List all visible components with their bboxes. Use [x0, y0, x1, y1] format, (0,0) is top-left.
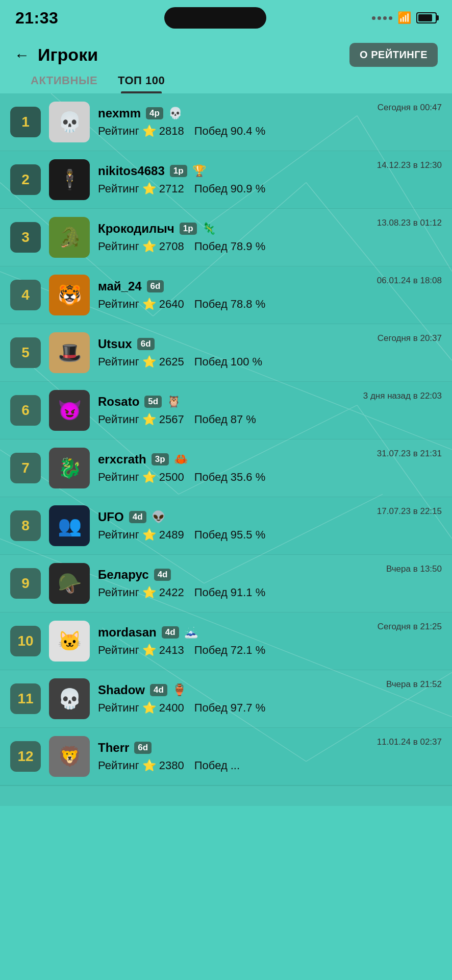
star-icon: ⭐ — [142, 240, 156, 253]
star-icon: ⭐ — [142, 413, 156, 426]
rank-tag: 6d — [134, 742, 152, 754]
rating-label: Рейтинг — [98, 413, 139, 426]
player-card[interactable]: 1 💀 nexmm 4р 💀 Рейтинг ⭐ 2818 Побед 90.4… — [0, 93, 452, 151]
tab-top100[interactable]: ТОП 100 — [118, 74, 165, 93]
rating-label: Рейтинг — [98, 644, 139, 657]
player-stats: Рейтинг ⭐ 2400 Побед 97.7 % — [98, 701, 442, 715]
avatar: 🐱 — [49, 621, 90, 662]
wins-value: 35.6 % — [231, 471, 266, 484]
rating-stat: Рейтинг ⭐ 2640 — [98, 298, 184, 311]
player-card[interactable]: 2 🕴 nikitos4683 1р 🏆 Рейтинг ⭐ 2712 Побе… — [0, 151, 452, 209]
rating-label: Рейтинг — [98, 125, 139, 138]
tab-active[interactable]: АКТИВНЫЕ — [31, 74, 97, 93]
rating-label: Рейтинг — [98, 586, 139, 599]
rating-label: Рейтинг — [98, 471, 139, 484]
player-emoji: 🏆 — [192, 164, 206, 178]
wins-stat: Побед 35.6 % — [194, 471, 266, 484]
player-name: Therr — [98, 741, 129, 755]
rank-tag: 3р — [152, 453, 169, 465]
rating-stat: Рейтинг ⭐ 2625 — [98, 355, 184, 369]
player-name: erxcrath — [98, 452, 146, 467]
tabs-bar: АКТИВНЫЕ ТОП 100 — [0, 74, 452, 93]
player-stats: Рейтинг ⭐ 2567 Побед 87 % — [98, 413, 442, 426]
player-emoji: 🏺 — [172, 683, 186, 697]
rating-stat: Рейтинг ⭐ 2708 — [98, 240, 184, 253]
wins-value: 78.8 % — [231, 298, 266, 311]
rating-stat: Рейтинг ⭐ 2489 — [98, 528, 184, 542]
avatar: 🦁 — [49, 736, 90, 777]
rank-tag: 4d — [150, 684, 167, 696]
avatar: 🐊 — [49, 217, 90, 258]
wins-stat: Побед ... — [194, 759, 240, 772]
star-icon: ⭐ — [142, 528, 156, 542]
last-seen: Сегодня в 00:47 — [378, 103, 442, 113]
back-arrow-icon[interactable]: ← — [14, 46, 30, 64]
avatar: 👥 — [49, 505, 90, 546]
wins-label: Побед — [194, 355, 228, 369]
player-name: nikitos4683 — [98, 164, 165, 178]
player-card[interactable]: 7 🐉 erxcrath 3р 🦀 Рейтинг ⭐ 2500 Побед 3… — [0, 439, 452, 497]
wins-stat: Побед 95.5 % — [194, 528, 266, 542]
player-card[interactable]: 12 🦁 Therr 6d Рейтинг ⭐ 2380 Побед ... — [0, 728, 452, 786]
signal-dots — [372, 16, 392, 20]
player-card[interactable]: 6 😈 Rosato 5d 🦉 Рейтинг ⭐ 2567 Побед 87 … — [0, 382, 452, 439]
star-icon: ⭐ — [142, 644, 156, 657]
rank-badge: 9 — [10, 568, 41, 599]
header: ← Игроки О РЕЙТИНГЕ — [0, 34, 452, 74]
player-name: nexmm — [98, 106, 141, 120]
star-icon: ⭐ — [142, 298, 156, 311]
wins-stat: Побед 78.8 % — [194, 298, 266, 311]
star-icon: ⭐ — [142, 586, 156, 599]
player-card[interactable]: 9 🪖 Беларус 4d Рейтинг ⭐ 2422 Побед 91.1… — [0, 555, 452, 612]
avatar: 🎩 — [49, 332, 90, 373]
player-list: 1 💀 nexmm 4р 💀 Рейтинг ⭐ 2818 Побед 90.4… — [0, 93, 452, 806]
rating-value: 2640 — [159, 298, 184, 311]
last-seen: Вчера в 13:50 — [386, 564, 442, 574]
player-stats: Рейтинг ⭐ 2489 Побед 95.5 % — [98, 528, 442, 542]
rating-value: 2708 — [159, 240, 184, 253]
rank-badge: 1 — [10, 107, 41, 137]
rating-stat: Рейтинг ⭐ 2567 — [98, 413, 184, 426]
battery-icon — [416, 12, 437, 23]
last-seen: 3 дня назад в 22:03 — [363, 391, 442, 401]
last-seen: Сегодня в 20:37 — [378, 333, 442, 344]
rank-tag: 4d — [129, 511, 146, 523]
player-card[interactable]: 4 🐯 май_24 6d Рейтинг ⭐ 2640 Побед 78.8 … — [0, 266, 452, 324]
rank-tag: 1р — [170, 165, 187, 177]
avatar: 🐉 — [49, 448, 90, 488]
page-title: Игроки — [38, 45, 98, 65]
player-card[interactable]: 10 🐱 mordasan 4d 🗻 Рейтинг ⭐ 2413 Побед … — [0, 612, 452, 670]
rating-value: 2500 — [159, 471, 184, 484]
player-card[interactable]: 11 💀 Shadow 4d 🏺 Рейтинг ⭐ 2400 Побед 97… — [0, 670, 452, 728]
player-name: Utsux — [98, 337, 132, 351]
rating-value: 2625 — [159, 355, 184, 369]
rating-stat: Рейтинг ⭐ 2422 — [98, 586, 184, 599]
rating-value: 2567 — [159, 413, 184, 426]
player-stats: Рейтинг ⭐ 2625 Побед 100 % — [98, 355, 442, 369]
wins-stat: Побед 87 % — [194, 413, 256, 426]
star-icon: ⭐ — [142, 471, 156, 484]
rating-value: 2380 — [159, 759, 184, 772]
rating-value: 2413 — [159, 644, 184, 657]
star-icon: ⭐ — [142, 701, 156, 715]
about-rating-button[interactable]: О РЕЙТИНГЕ — [349, 43, 438, 67]
player-card[interactable]: 8 👥 UFO 4d 👽 Рейтинг ⭐ 2489 Побед 95.5 % — [0, 497, 452, 555]
player-card[interactable]: 5 🎩 Utsux 6d Рейтинг ⭐ 2625 Побед 100 % — [0, 324, 452, 382]
status-time: 21:33 — [15, 9, 58, 28]
wins-value: 90.9 % — [231, 182, 266, 195]
status-bar: 21:33 📶 — [0, 0, 452, 34]
wins-value: 87 % — [231, 413, 256, 426]
wins-stat: Побед 90.9 % — [194, 182, 266, 195]
notch — [164, 7, 266, 29]
wins-value: 91.1 % — [231, 586, 266, 599]
player-stats: Рейтинг ⭐ 2818 Побед 90.4 % — [98, 125, 442, 138]
rating-stat: Рейтинг ⭐ 2712 — [98, 182, 184, 195]
last-seen: Сегодня в 21:25 — [378, 622, 442, 632]
player-card[interactable]: 3 🐊 Крокодилыч 1р 🦎 Рейтинг ⭐ 2708 Побед… — [0, 209, 452, 266]
wins-label: Побед — [194, 298, 228, 311]
rank-badge: 7 — [10, 453, 41, 483]
player-stats: Рейтинг ⭐ 2500 Побед 35.6 % — [98, 471, 442, 484]
last-seen: Вчера в 21:52 — [386, 679, 442, 690]
rank-tag: 5d — [144, 396, 162, 408]
rank-tag: 1р — [180, 223, 197, 235]
